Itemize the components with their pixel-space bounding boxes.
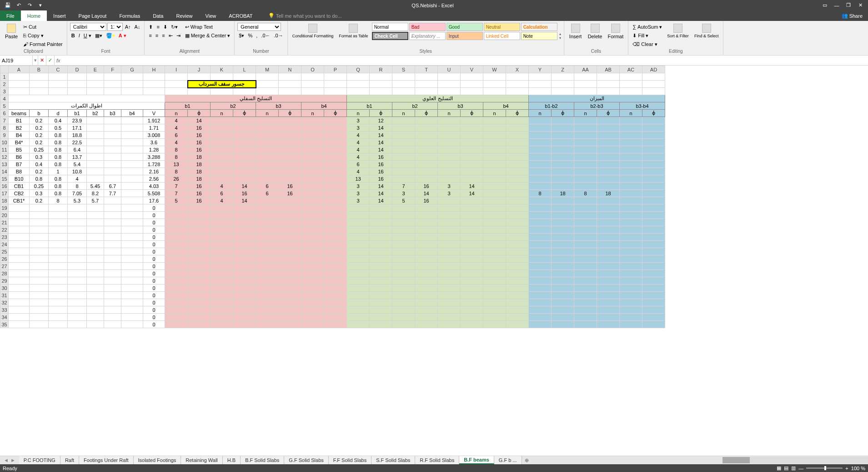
number-format[interactable]: General — [237, 23, 281, 31]
currency-icon[interactable]: $▾ — [237, 31, 246, 40]
share-button[interactable]: 👥 Share — [836, 10, 868, 21]
minimize-icon[interactable]: — — [832, 1, 842, 10]
redo-icon[interactable]: ↷ — [25, 1, 35, 10]
tab-insert[interactable]: Insert — [47, 10, 72, 21]
style-bad[interactable]: Bad — [409, 23, 446, 31]
style-note[interactable]: Note — [521, 32, 557, 40]
indent-icon[interactable]: ⇥ — [175, 31, 182, 40]
sigma-icon: ∑ — [632, 24, 636, 30]
cut-icon: ✂ — [23, 24, 27, 30]
wrap-icon: ↩ — [185, 24, 189, 30]
namebox-dropdown-icon[interactable]: ▾ — [33, 56, 38, 65]
font-shrink-icon[interactable]: A↓ — [133, 23, 142, 31]
brush-icon: 🖌 — [23, 41, 28, 47]
tab-review[interactable]: Review — [170, 10, 199, 21]
font-size[interactable]: 11 — [107, 23, 123, 31]
percent-icon[interactable]: % — [246, 31, 254, 40]
tab-acrobat[interactable]: ACROBAT — [222, 10, 259, 21]
font-color-button[interactable]: A▾ — [117, 31, 128, 40]
clear-button[interactable]: ⌫Clear▾ — [631, 40, 663, 48]
italic-button[interactable]: I — [77, 31, 81, 40]
cancel-icon[interactable]: ✕ — [38, 56, 46, 65]
style-neutral[interactable]: Neutral — [484, 23, 520, 31]
format-table-button[interactable]: Format as Table — [337, 23, 370, 39]
title-bar: 💾 ↶ ↷ ▾ QS.Nebishi - Excel ▭ — ❐ ✕ — [0, 0, 868, 10]
wrap-button[interactable]: ↩Wrap Text — [184, 23, 232, 31]
ribbon-options-icon[interactable]: ▭ — [820, 1, 830, 10]
fill-color-button[interactable]: 🪣▾ — [105, 31, 116, 40]
tab-pagelayout[interactable]: Page Layout — [72, 10, 113, 21]
fx-icon[interactable]: fx — [55, 56, 62, 65]
find-button[interactable]: Find & Select — [692, 23, 721, 39]
autosum-button[interactable]: ∑AutoSum▾ — [631, 23, 663, 31]
confirm-icon[interactable]: ✓ — [46, 56, 55, 65]
delete-button[interactable]: Delete — [586, 23, 604, 40]
tell-me[interactable]: Tell me what you want to do... — [276, 13, 342, 19]
style-normal[interactable]: Normal — [372, 23, 408, 31]
qat-more-icon[interactable]: ▾ — [35, 1, 45, 10]
insert-button[interactable]: Insert — [567, 23, 584, 40]
paste-button[interactable]: Paste — [3, 23, 20, 40]
eraser-icon: ⌫ — [632, 41, 640, 47]
maximize-icon[interactable]: ❐ — [843, 1, 853, 10]
style-linked[interactable]: Linked Cell — [484, 32, 520, 40]
tab-view[interactable]: View — [199, 10, 223, 21]
name-box[interactable] — [0, 56, 33, 65]
copy-icon: ⎘ — [23, 33, 26, 38]
painter-button[interactable]: 🖌Format Painter — [22, 40, 64, 48]
copy-button[interactable]: ⎘Copy▾ — [22, 31, 64, 40]
formula-bar: ▾ ✕ ✓ fx — [0, 56, 868, 66]
close-icon[interactable]: ✕ — [855, 1, 865, 10]
sort-button[interactable]: Sort & Filter — [665, 23, 691, 39]
font-select[interactable]: Calibri — [70, 23, 106, 31]
border-button[interactable]: ▦▾ — [94, 31, 104, 40]
align-bottom-icon[interactable]: ⬇ — [162, 23, 169, 31]
window-title: QS.Nebishi - Excel — [45, 3, 820, 8]
group-label: Clipboard — [3, 49, 64, 54]
bold-button[interactable]: B — [70, 31, 76, 40]
tab-data[interactable]: Data — [146, 10, 170, 21]
ribbon-tabs: File Home Insert Page Layout Formulas Da… — [0, 10, 868, 21]
outdent-icon[interactable]: ⇤ — [167, 31, 174, 40]
underline-button[interactable]: U▾ — [82, 31, 93, 40]
tab-file[interactable]: File — [0, 10, 21, 21]
tab-home[interactable]: Home — [21, 10, 47, 21]
font-grow-icon[interactable]: A↑ — [124, 23, 132, 31]
style-input[interactable]: Input — [447, 32, 483, 40]
inc-decimal-icon[interactable]: .0← — [260, 31, 271, 40]
cond-format-button[interactable]: Conditional Formatting — [291, 23, 336, 39]
fill-icon: ⬇ — [632, 33, 637, 39]
merge-button[interactable]: ▦Merge & Center▾ — [184, 31, 232, 40]
comma-icon[interactable]: , — [255, 31, 259, 40]
align-right-icon[interactable]: ≡ — [161, 31, 166, 40]
fill-button[interactable]: ⬇Fill▾ — [631, 31, 663, 40]
style-expl[interactable]: Explanatory ... — [409, 32, 446, 40]
tab-formulas[interactable]: Formulas — [113, 10, 146, 21]
share-icon: 👥 — [842, 13, 848, 19]
style-calc[interactable]: Calculation — [521, 23, 557, 31]
align-top-icon[interactable]: ⬆ — [147, 23, 154, 31]
orientation-icon[interactable]: ↻▾ — [170, 23, 179, 31]
cut-button[interactable]: ✂Cut — [22, 23, 64, 31]
ribbon: Paste ✂Cut ⎘Copy▾ 🖌Format Painter Clipbo… — [0, 21, 868, 56]
merge-icon: ▦ — [185, 33, 190, 39]
formula-input[interactable] — [62, 56, 868, 65]
undo-icon[interactable]: ↶ — [14, 1, 24, 10]
align-middle-icon[interactable]: ≡ — [155, 23, 161, 31]
save-icon[interactable]: 💾 — [3, 1, 13, 10]
format-button[interactable]: Format — [606, 23, 625, 40]
bulb-icon: 💡 — [268, 13, 275, 19]
style-good[interactable]: Good — [447, 23, 483, 31]
align-left-icon[interactable]: ≡ — [147, 31, 153, 40]
align-center-icon[interactable]: ≡ — [154, 31, 160, 40]
dec-decimal-icon[interactable]: .0→ — [273, 31, 285, 40]
style-check[interactable]: Check Cell — [372, 32, 408, 40]
